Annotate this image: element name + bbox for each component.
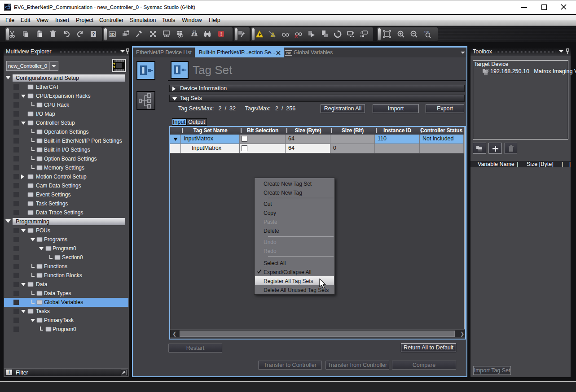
svg-text:63: 63 [193, 30, 196, 33]
svg-text:100: 100 [424, 30, 429, 34]
svg-text:!: ! [220, 31, 222, 37]
svg-text:3D: 3D [110, 32, 115, 37]
svg-text:?: ? [92, 31, 95, 37]
